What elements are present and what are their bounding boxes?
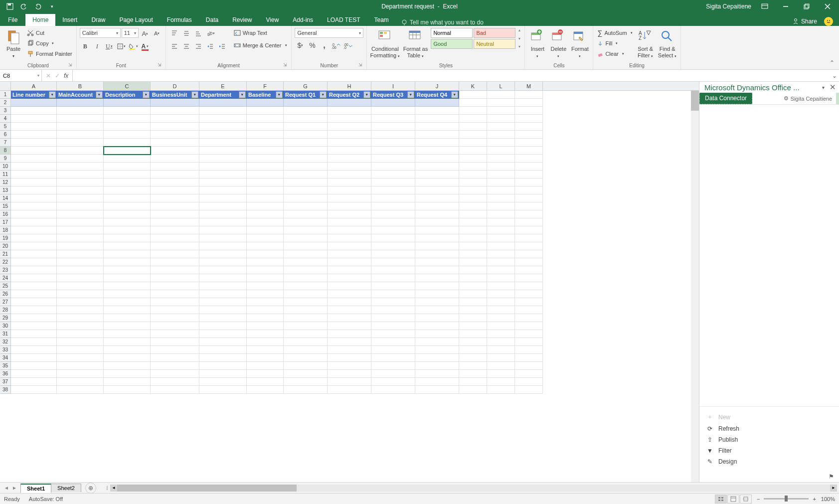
taskpane-close-icon[interactable]: ✕ — [830, 83, 836, 92]
cell[interactable] — [284, 115, 328, 123]
dc-action-filter[interactable]: ▼Filter — [705, 445, 833, 456]
sheet-tab-1[interactable]: Sheet1 — [20, 484, 51, 493]
cell[interactable] — [11, 266, 57, 274]
cell[interactable] — [199, 131, 247, 139]
cell[interactable] — [515, 226, 543, 234]
cell[interactable] — [415, 131, 459, 139]
cell[interactable] — [515, 274, 543, 282]
cell[interactable] — [284, 266, 328, 274]
column-header[interactable]: K — [459, 82, 487, 90]
cell[interactable] — [284, 290, 328, 298]
decrease-indent-icon[interactable] — [205, 41, 216, 52]
cell[interactable] — [459, 370, 487, 378]
table-filter-button[interactable]: ▾ — [191, 91, 198, 98]
cell[interactable] — [515, 338, 543, 346]
cell[interactable] — [515, 91, 543, 99]
cell[interactable] — [371, 258, 415, 266]
cell[interactable] — [515, 123, 543, 131]
cell[interactable] — [11, 370, 57, 378]
vertical-scrollbar-thumb[interactable] — [691, 91, 699, 111]
cell[interactable] — [328, 242, 371, 250]
increase-font-icon[interactable]: A▴ — [140, 28, 151, 39]
cell[interactable] — [328, 282, 371, 290]
align-center-icon[interactable] — [181, 41, 192, 52]
collapse-ribbon-icon[interactable]: ⌃ — [825, 26, 839, 69]
fx-icon[interactable]: fx — [64, 72, 68, 79]
hscroll-right[interactable]: ► — [830, 485, 837, 492]
tab-load-test[interactable]: LOAD TEST — [320, 14, 367, 26]
cell[interactable] — [11, 338, 57, 346]
find-select-button[interactable]: Find & Select ▾ — [658, 28, 677, 61]
cell[interactable] — [57, 242, 104, 250]
cell[interactable] — [371, 346, 415, 354]
cell[interactable] — [415, 298, 459, 306]
cell[interactable] — [57, 306, 104, 314]
cell[interactable] — [247, 242, 284, 250]
cell[interactable] — [284, 370, 328, 378]
cell[interactable] — [328, 322, 371, 330]
cell[interactable] — [11, 330, 57, 338]
cell[interactable] — [151, 170, 199, 178]
cell[interactable] — [11, 314, 57, 322]
cell[interactable] — [459, 139, 487, 147]
column-header[interactable]: C — [104, 82, 151, 90]
cell[interactable] — [247, 234, 284, 242]
cell[interactable] — [151, 386, 199, 394]
cell[interactable] — [459, 362, 487, 370]
cell[interactable] — [104, 131, 151, 139]
cell[interactable] — [515, 370, 543, 378]
cell[interactable] — [11, 386, 57, 394]
cell[interactable] — [459, 282, 487, 290]
cell[interactable] — [415, 99, 459, 107]
name-box[interactable]: C8▾ — [0, 70, 42, 81]
cell[interactable] — [11, 186, 57, 194]
row-header[interactable]: 1 — [0, 91, 11, 99]
cell[interactable] — [415, 306, 459, 314]
cell[interactable] — [247, 250, 284, 258]
merge-center-button[interactable]: Merge & Center▾ — [233, 40, 289, 50]
cell[interactable] — [515, 99, 543, 107]
cell[interactable] — [247, 290, 284, 298]
cell[interactable] — [199, 186, 247, 194]
cell[interactable] — [487, 226, 515, 234]
cell[interactable] — [284, 234, 328, 242]
cell[interactable] — [328, 386, 371, 394]
cell[interactable] — [371, 131, 415, 139]
table-filter-button[interactable]: ▾ — [363, 91, 370, 98]
cell[interactable] — [328, 274, 371, 282]
cell[interactable] — [415, 226, 459, 234]
styles-scroll-up[interactable]: ▴ — [518, 28, 520, 32]
cell[interactable] — [415, 155, 459, 163]
view-normal-icon[interactable] — [715, 495, 727, 504]
cell[interactable] — [11, 170, 57, 178]
row-header[interactable]: 22 — [0, 258, 11, 266]
cell[interactable]: Description▾ — [104, 91, 151, 99]
cell[interactable] — [487, 131, 515, 139]
cell[interactable] — [515, 298, 543, 306]
cell[interactable] — [459, 202, 487, 210]
cell[interactable] — [328, 123, 371, 131]
tab-team[interactable]: Team — [367, 14, 395, 26]
cell[interactable] — [151, 362, 199, 370]
cell[interactable] — [487, 362, 515, 370]
cell[interactable] — [104, 234, 151, 242]
sheet-nav-next[interactable]: ► — [11, 485, 18, 491]
cell[interactable] — [199, 314, 247, 322]
taskpane-collapse-handle[interactable] — [836, 93, 839, 104]
cell[interactable] — [57, 298, 104, 306]
cell[interactable] — [515, 155, 543, 163]
cell[interactable] — [57, 314, 104, 322]
row-header[interactable]: 37 — [0, 378, 11, 386]
cell[interactable] — [104, 226, 151, 234]
cell[interactable] — [459, 378, 487, 386]
increase-indent-icon[interactable] — [217, 41, 228, 52]
cell[interactable] — [151, 330, 199, 338]
cell[interactable] — [459, 234, 487, 242]
cell[interactable] — [328, 202, 371, 210]
cell[interactable] — [515, 362, 543, 370]
increase-decimal-icon[interactable]: .0.00 — [331, 40, 341, 51]
tab-view[interactable]: View — [259, 14, 286, 26]
row-header[interactable]: 14 — [0, 194, 11, 202]
cell[interactable] — [151, 298, 199, 306]
cell[interactable] — [487, 170, 515, 178]
